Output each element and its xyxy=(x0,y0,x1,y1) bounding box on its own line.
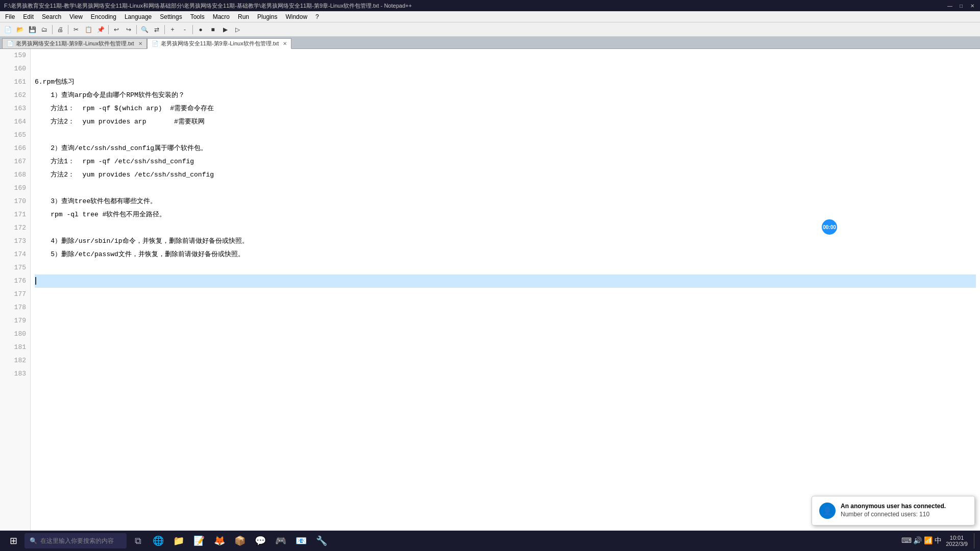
code-line xyxy=(35,62,976,76)
toolbar: 📄 📂 💾 🗂 🖨 ✂ 📋 📌 ↩ ↪ 🔍 ⇄ + - ● ■ ▶ ▷ xyxy=(0,22,980,37)
code-line xyxy=(35,367,976,381)
toolbar-zoomin[interactable]: + xyxy=(167,24,178,35)
menu-run[interactable]: Run xyxy=(234,12,253,21)
menu-plugins[interactable]: Plugins xyxy=(253,12,281,21)
toolbar-save[interactable]: 💾 xyxy=(27,24,38,35)
code-line: 方法2： yum provides /etc/ssh/sshd_config xyxy=(35,168,976,182)
toolbar-open[interactable]: 📂 xyxy=(14,24,26,35)
menu-view[interactable]: View xyxy=(65,12,87,21)
line-number: 178 xyxy=(0,301,30,314)
taskbar-time-display: 10:01 xyxy=(946,535,968,541)
menu-language[interactable]: Language xyxy=(120,12,156,21)
notification-title: An anonymous user has connected. xyxy=(841,503,967,510)
tab-1[interactable]: 📄 老男孩网络安全11期-第9章-Linux软件包管理.txt ✕ xyxy=(2,38,147,48)
line-number: 175 xyxy=(0,261,30,274)
tab-1-icon: 📄 xyxy=(7,40,14,47)
tab-1-close[interactable]: ✕ xyxy=(138,41,142,46)
toolbar-find[interactable]: 🔍 xyxy=(139,24,150,35)
toolbar-separator-6 xyxy=(192,25,193,34)
code-line: 3）查询tree软件包都有哪些文件。 xyxy=(35,195,976,208)
menu-settings[interactable]: Settings xyxy=(156,12,186,21)
taskbar-notepad[interactable]: 📝 xyxy=(191,533,207,549)
toolbar-separator-3 xyxy=(108,25,109,34)
toolbar-redo[interactable]: ↪ xyxy=(123,24,134,35)
toolbar-saveall[interactable]: 🗂 xyxy=(39,24,50,35)
line-number: 180 xyxy=(0,328,30,341)
toolbar-cut[interactable]: ✂ xyxy=(70,24,82,35)
editor-main: 1591601611621631641651661671681691701711… xyxy=(0,49,980,539)
taskbar-app3[interactable]: 💬 xyxy=(252,533,268,549)
toolbar-macro-record[interactable]: ● xyxy=(195,24,206,35)
code-line xyxy=(35,182,976,195)
minimize-button[interactable]: — xyxy=(946,2,953,9)
menu-edit[interactable]: Edit xyxy=(19,12,38,21)
toolbar-copy[interactable]: 📋 xyxy=(83,24,94,35)
menu-encoding[interactable]: Encoding xyxy=(87,12,120,21)
code-line xyxy=(35,274,976,288)
code-line: 6.rpm包练习 xyxy=(35,76,976,89)
taskbar-search-label[interactable]: 在这里输入你要搜索的内容 xyxy=(40,537,114,545)
line-number: 164 xyxy=(0,115,30,129)
cursor-indicator: 00:00 xyxy=(822,219,837,235)
taskbar-app1[interactable]: 🦊 xyxy=(211,533,228,549)
code-line xyxy=(35,341,976,354)
tab-2-label: 老男孩网络安全11期-第9章-Linux软件包管理.txt xyxy=(161,40,279,47)
window-controls: — □ ✕ xyxy=(946,2,976,9)
line-number: 169 xyxy=(0,182,30,195)
code-line xyxy=(35,129,976,142)
menu-bar: File Edit Search View Encoding Language … xyxy=(0,11,980,22)
title-bar-title: F:\老男孩教育安全11期-教学\老男孩网络安全11期-Linux和网络基础部分… xyxy=(4,2,946,10)
code-line xyxy=(35,49,976,62)
toolbar-undo[interactable]: ↩ xyxy=(111,24,122,35)
taskbar-right: ⌨ 🔊 📶 中 10:01 2022/3/9 xyxy=(901,533,976,548)
title-bar: F:\老男孩教育安全11期-教学\老男孩网络安全11期-Linux和网络基础部分… xyxy=(0,0,980,11)
toolbar-new[interactable]: 📄 xyxy=(2,24,13,35)
menu-window[interactable]: Window xyxy=(281,12,311,21)
search-icon: 🔍 xyxy=(30,537,37,544)
line-number: 168 xyxy=(0,168,30,182)
menu-search[interactable]: Search xyxy=(38,12,65,21)
taskbar-explorer[interactable]: 📁 xyxy=(170,533,187,549)
toolbar-replace[interactable]: ⇄ xyxy=(151,24,162,35)
toolbar-macro-stop[interactable]: ■ xyxy=(207,24,218,35)
code-line: 1）查询arp命令是由哪个RPM软件包安装的？ xyxy=(35,89,976,102)
toolbar-zoomout[interactable]: - xyxy=(179,24,190,35)
code-line xyxy=(35,328,976,341)
taskbar-task-view[interactable]: ⧉ xyxy=(130,533,146,549)
menu-help[interactable]: ? xyxy=(311,12,323,21)
close-button[interactable]: ✕ xyxy=(969,2,976,9)
toolbar-paste[interactable]: 📌 xyxy=(95,24,106,35)
line-number: 162 xyxy=(0,89,30,102)
taskbar-show-desktop[interactable] xyxy=(974,533,976,548)
line-numbers: 1591601611621631641651661671681691701711… xyxy=(0,49,31,539)
line-number: 181 xyxy=(0,341,30,354)
menu-file[interactable]: File xyxy=(1,12,19,21)
tab-2-close[interactable]: ✕ xyxy=(283,41,287,46)
tab-bar: 📄 老男孩网络安全11期-第9章-Linux软件包管理.txt ✕ 📄 老男孩网… xyxy=(0,37,980,49)
maximize-button[interactable]: □ xyxy=(958,2,965,9)
notification-content: An anonymous user has connected. Number … xyxy=(841,503,967,518)
toolbar-macro-play[interactable]: ▶ xyxy=(219,24,231,35)
code-line: rpm -ql tree #软件包不用全路径。 xyxy=(35,208,976,221)
line-number: 183 xyxy=(0,367,30,381)
taskbar-app6[interactable]: 🔧 xyxy=(313,533,330,549)
start-button[interactable]: ⊞ xyxy=(4,532,22,550)
notification-toast: 👤 An anonymous user has connected. Numbe… xyxy=(812,496,975,525)
code-line xyxy=(35,261,976,274)
tab-2-icon: 📄 xyxy=(152,40,159,47)
editor-content[interactable]: 6.rpm包练习 1）查询arp命令是由哪个RPM软件包安装的？ 方法1： rp… xyxy=(31,49,980,539)
taskbar-edge[interactable]: 🌐 xyxy=(150,533,166,549)
toolbar-run[interactable]: ▷ xyxy=(232,24,243,35)
line-number: 167 xyxy=(0,155,30,168)
taskbar-app4[interactable]: 🎮 xyxy=(273,533,289,549)
menu-macro[interactable]: Macro xyxy=(209,12,234,21)
taskbar: ⊞ 🔍 在这里输入你要搜索的内容 ⧉ 🌐 📁 📝 🦊 📦 💬 🎮 📧 🔧 ⌨ 🔊… xyxy=(0,531,980,551)
tab-2[interactable]: 📄 老男孩网络安全11期-第9章-Linux软件包管理.txt ✕ xyxy=(147,38,292,49)
code-line xyxy=(35,288,976,301)
toolbar-print[interactable]: 🖨 xyxy=(55,24,66,35)
taskbar-app5[interactable]: 📧 xyxy=(293,533,309,549)
toolbar-separator-2 xyxy=(68,25,68,34)
taskbar-search-box[interactable]: 🔍 在这里输入你要搜索的内容 xyxy=(24,533,127,548)
taskbar-app2[interactable]: 📦 xyxy=(232,533,248,549)
menu-tools[interactable]: Tools xyxy=(186,12,209,21)
